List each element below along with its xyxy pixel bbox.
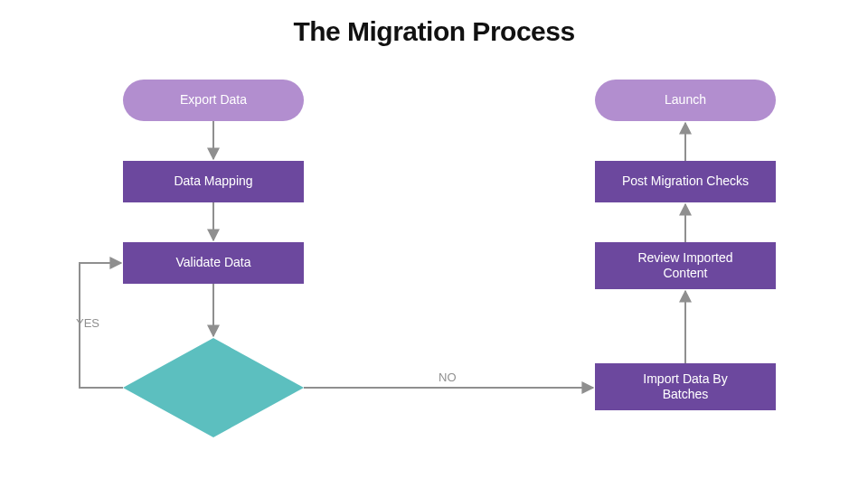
node-decision: Invalid Data Or Needs Restructuring — [123, 338, 304, 437]
node-validate: Validate Data — [123, 242, 304, 284]
node-label: Launch — [665, 92, 706, 108]
node-label: Data Mapping — [174, 174, 252, 190]
edge-label-yes: YES — [76, 316, 99, 330]
edge-label-no: NO — [439, 371, 457, 384]
node-review: Review Imported Content — [595, 242, 776, 289]
node-launch: Launch — [595, 80, 776, 121]
node-mapping: Data Mapping — [123, 161, 304, 202]
node-label: Import Data By Batches — [643, 371, 727, 403]
node-label: Invalid Data Or Needs Restructuring — [178, 366, 248, 410]
page-title: The Migration Process — [0, 16, 868, 47]
node-label: Post Migration Checks — [622, 174, 749, 190]
node-label: Review Imported Content — [637, 250, 732, 282]
node-post: Post Migration Checks — [595, 161, 776, 202]
node-label: Validate Data — [175, 255, 250, 271]
node-import: Import Data By Batches — [595, 363, 776, 410]
node-label: Export Data — [180, 92, 247, 108]
node-export: Export Data — [123, 80, 304, 121]
